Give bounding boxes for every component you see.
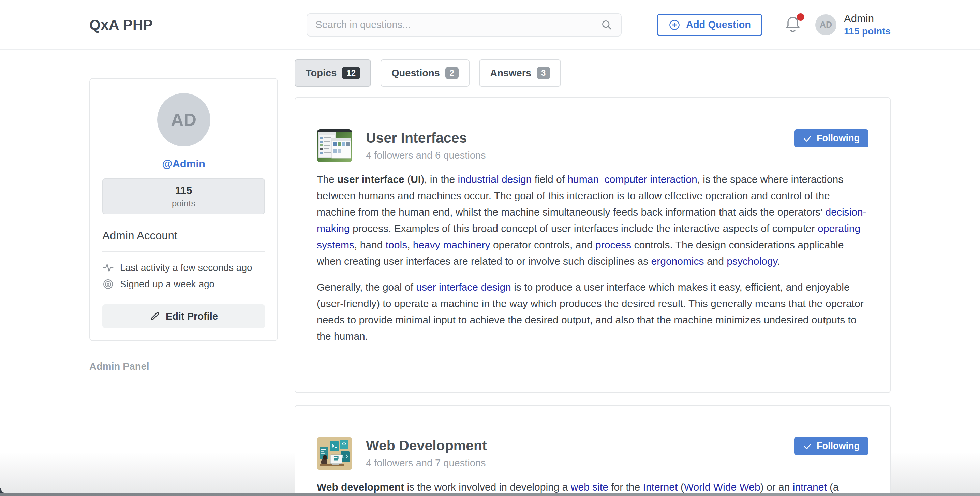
inline-link[interactable]: psychology [727,255,777,267]
tab-questions[interactable]: Questions 2 [380,59,469,87]
text-segment: process. Examples of this broad concept … [350,223,818,234]
header-avatar[interactable]: AD [815,14,837,35]
window-bottom-edge [0,493,980,496]
bold-text: Web development [317,481,404,493]
header-user-name: Admin [844,12,891,26]
signed-up-row: Signed up a week ago [102,278,265,290]
tab-topics-label: Topics [305,67,337,79]
bold-text: user interface [337,174,404,185]
search-box[interactable] [307,13,622,37]
profile-card: AD @Admin 115 points Admin Account Last … [89,78,278,341]
tab-answers[interactable]: Answers 3 [479,59,561,87]
text-segment: ), in the [421,174,458,185]
text-segment: The [317,174,337,185]
points-label: points [103,198,264,209]
text-segment: and [704,255,727,267]
text-segment: ( [678,481,684,493]
text-segment: operator controls, and [490,239,596,250]
add-question-label: Add Question [686,19,751,30]
tab-answers-count: 3 [537,67,550,79]
header-user-points[interactable]: 115 points [844,25,891,37]
check-icon [803,134,812,143]
inline-link[interactable]: human–computer interaction [567,174,697,185]
topic-title[interactable]: Web Development [366,438,487,454]
plus-circle-icon [668,19,681,31]
check-icon [803,442,812,451]
notification-dot [797,13,804,21]
activity-icon [102,262,114,274]
following-button[interactable]: Following [794,437,869,455]
following-button[interactable]: Following [794,129,869,147]
text-segment: ) or an [760,481,793,493]
text-segment: , hand [354,239,386,250]
points-value: 115 [103,185,264,197]
tab-topics[interactable]: Topics 12 [294,59,371,87]
inline-link[interactable]: Internet [643,481,678,493]
profile-avatar: AD [157,93,210,146]
bold-text: UI [410,174,421,185]
signed-up-text: Signed up a week ago [120,279,215,290]
last-activity-row: Last activity a few seconds ago [102,262,265,274]
disc-icon [102,278,114,290]
topic-card-web-development: Web Development 4 followers and 7 questi… [294,405,891,496]
search-input[interactable] [315,19,600,30]
text-segment: Generally, the goal of [317,281,416,293]
search-icon[interactable] [600,19,613,31]
top-header: QxA PHP Add Question [0,0,980,50]
topic-meta: 4 followers and 6 questions [366,150,485,161]
topic-card-user-interfaces: User Interfaces 4 followers and 6 questi… [294,97,891,393]
topic-description: The user interface (UI), in the industri… [317,171,869,344]
text-segment: field of [531,174,567,185]
notifications-button[interactable] [784,15,802,35]
edit-profile-label: Edit Profile [166,311,218,322]
edit-profile-button[interactable]: Edit Profile [102,304,265,328]
topic-thumbnail-user-interfaces[interactable] [317,129,352,163]
inline-link[interactable]: World Wide Web [684,481,760,493]
profile-username-link[interactable]: @Admin [102,158,265,170]
account-type-label: Admin Account [102,229,265,242]
brand-logo[interactable]: QxA PHP [89,17,153,33]
topic-title[interactable]: User Interfaces [366,130,485,146]
tab-questions-count: 2 [445,67,459,79]
inline-link[interactable]: industrial design [458,174,532,185]
topic-thumbnail-web-development[interactable] [317,437,352,470]
text-segment: ( [404,174,410,185]
topic-paragraph: Generally, the goal of user interface de… [317,279,869,344]
tab-answers-label: Answers [490,67,531,79]
last-activity-text: Last activity a few seconds ago [120,262,252,273]
topic-paragraph: The user interface (UI), in the industri… [317,171,869,270]
following-label: Following [817,133,860,144]
inline-link[interactable]: intranet [793,481,827,493]
add-question-button[interactable]: Add Question [657,14,762,36]
inline-link[interactable]: ergonomics [651,255,704,267]
points-box: 115 points [102,179,265,214]
profile-divider [102,251,265,252]
inline-link[interactable]: user interface design [416,281,511,293]
tab-questions-label: Questions [391,67,440,79]
inline-link[interactable]: web site [571,481,608,493]
text-segment: , [407,239,413,250]
pencil-icon [150,311,160,322]
text-segment: is the work involved in developing a [404,481,571,493]
inline-link[interactable]: process [595,239,631,250]
text-segment: for the [608,481,643,493]
text-segment: . [777,255,780,267]
inline-link[interactable]: heavy machinery [413,239,490,250]
profile-tabs: Topics 12 Questions 2 Answers 3 [294,59,891,87]
tab-topics-count: 12 [342,67,360,79]
following-label: Following [817,441,860,451]
inline-link[interactable]: tools [386,239,407,250]
topic-meta: 4 followers and 7 questions [366,458,487,469]
admin-panel-link[interactable]: Admin Panel [89,361,278,372]
